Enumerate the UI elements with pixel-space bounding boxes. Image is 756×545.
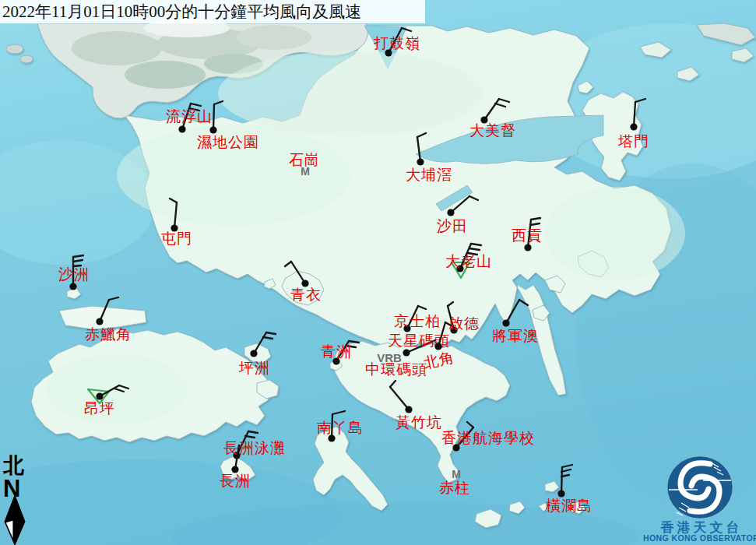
station-dot [502, 319, 509, 326]
urban-patch [72, 31, 162, 65]
map-title: 2022年11月01日10時00分的十分鐘平均風向及風速 [0, 1, 361, 23]
station-label: 長洲 [220, 473, 251, 489]
station-dot [630, 123, 637, 130]
station-dot [557, 490, 564, 497]
station-dot [250, 350, 257, 357]
station-label: 南丫島 [317, 420, 364, 436]
title-bar: 2022年11月01日10時00分的十分鐘平均風向及風速 [0, 0, 425, 23]
station-label: 大老山 [445, 253, 492, 269]
station-label: 橫瀾島 [545, 498, 592, 514]
compass-chinese-label: 北 [2, 454, 24, 477]
station-label: 赤鱲角 [85, 326, 132, 343]
station-label: 香港航海學校 [441, 430, 535, 446]
station-label: 青衣 [290, 287, 322, 303]
station-dot [403, 349, 410, 356]
urban-island [6, 44, 23, 54]
station-dot [69, 283, 76, 290]
station-label: 啟德 [448, 315, 480, 332]
map-canvas: 打鼓嶺流浮山濕地公園石崗M大美督塔門大埔滘沙田西貢大老山沙洲屯門青衣赤鱲角昂坪坪… [0, 0, 756, 545]
station-label: 黃竹坑 [396, 414, 442, 431]
station-label: 沙洲 [58, 266, 90, 283]
station-label: 打鼓嶺 [373, 35, 420, 51]
wind-map: 打鼓嶺流浮山濕地公園石崗M大美督塔門大埔滘沙田西貢大老山沙洲屯門青衣赤鱲角昂坪坪… [0, 0, 756, 545]
station-dot [447, 209, 454, 216]
terrain-tint [218, 51, 483, 136]
station-dot [434, 343, 441, 350]
station-label: 西貢 [512, 227, 543, 244]
station-label: 京士柏 [394, 313, 441, 329]
station-label: 濕地公園 [197, 134, 259, 150]
hko-logo-english: HONG KONG OBSERVATORY [643, 533, 756, 543]
station-label: 青洲 [321, 343, 352, 360]
station-label: 昂坪 [84, 400, 115, 417]
urban-island [20, 55, 33, 63]
station-dot [96, 392, 103, 399]
terrain-tint [545, 187, 685, 280]
station-label: 大埔滘 [406, 167, 452, 183]
station-dot [178, 125, 185, 132]
station-label: 赤柱 [439, 480, 470, 496]
urban-patch [125, 61, 206, 89]
station-label: 沙田 [437, 218, 468, 234]
station-dot [96, 318, 103, 325]
data-mark: M [452, 468, 461, 480]
station-dot [417, 158, 424, 165]
compass-n-label: N [3, 475, 20, 502]
station-label: 長洲泳灘 [223, 440, 286, 456]
station-label: 塔門 [617, 133, 649, 149]
station-label: 將軍澳 [492, 328, 539, 344]
station-label: 坪洲 [238, 360, 270, 376]
station-dot [405, 406, 412, 413]
urban-patch [237, 25, 311, 50]
data-mark: VRB [377, 351, 402, 364]
station-label: 流浮山 [166, 108, 213, 125]
station-dot [524, 244, 531, 251]
station-label: 大美督 [469, 122, 516, 139]
data-mark: M [301, 165, 310, 178]
station-dot [209, 126, 216, 133]
station-label: 屯門 [161, 230, 192, 247]
wind-barb [213, 104, 214, 130]
